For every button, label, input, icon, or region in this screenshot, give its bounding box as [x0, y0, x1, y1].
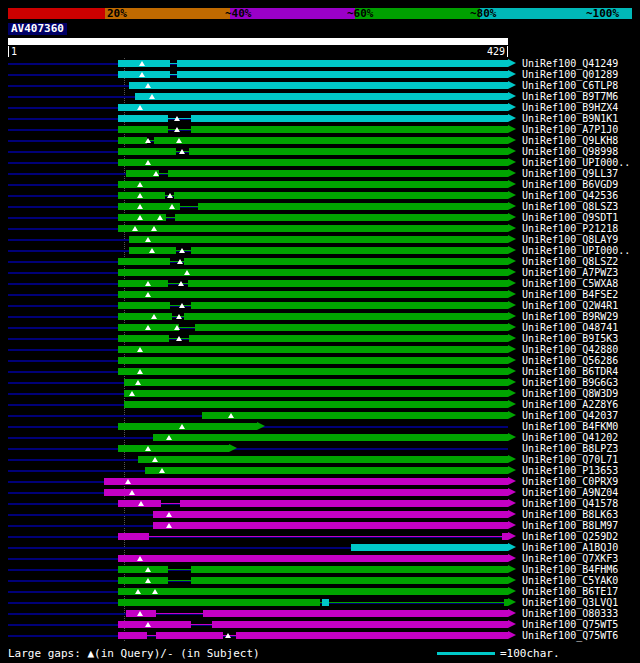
hit-row[interactable]: UniRef100_Q98998: [0, 146, 640, 157]
hit-row[interactable]: UniRef100_Q41202: [0, 432, 640, 443]
hit-label[interactable]: UniRef100_UPI000..: [522, 245, 630, 256]
hit-label[interactable]: UniRef100_C5WXA8: [522, 278, 618, 289]
hit-label[interactable]: UniRef100_B6VGD9: [522, 179, 618, 190]
hit-segment[interactable]: [118, 599, 320, 606]
hit-label[interactable]: UniRef100_O48741: [522, 322, 618, 333]
hit-row[interactable]: UniRef100_B9RW29: [0, 311, 640, 322]
hit-segment[interactable]: [118, 555, 508, 562]
hit-segment[interactable]: [118, 566, 168, 573]
hit-row[interactable]: UniRef100_C5YAK0: [0, 575, 640, 586]
hit-label[interactable]: UniRef100_Q41249: [522, 58, 618, 69]
hit-segment[interactable]: [351, 544, 508, 551]
hit-segment[interactable]: [118, 280, 168, 287]
hit-segment[interactable]: [118, 137, 147, 144]
hit-segment[interactable]: [177, 71, 508, 78]
hit-row[interactable]: UniRef100_Q70L71: [0, 454, 640, 465]
hit-segment[interactable]: [177, 60, 508, 67]
hit-label[interactable]: UniRef100_B6TE17: [522, 586, 618, 597]
hit-segment[interactable]: [138, 456, 508, 463]
hit-segment[interactable]: [202, 412, 508, 419]
hit-segment[interactable]: [135, 93, 508, 100]
hit-label[interactable]: UniRef100_Q8LSZ3: [522, 201, 618, 212]
hit-segment[interactable]: [195, 324, 508, 331]
hit-label[interactable]: UniRef100_Q8LAY9: [522, 234, 618, 245]
hit-segment[interactable]: [153, 434, 508, 441]
hit-row[interactable]: UniRef100_B6TDR4: [0, 366, 640, 377]
hit-row[interactable]: UniRef100_B9T7M6: [0, 91, 640, 102]
hit-segment[interactable]: [198, 203, 508, 210]
hit-segment[interactable]: [118, 181, 508, 188]
hit-row[interactable]: UniRef100_C5WXA8: [0, 278, 640, 289]
hit-row[interactable]: UniRef100_B8LPZ3: [0, 443, 640, 454]
hit-segment[interactable]: [118, 335, 169, 342]
hit-row[interactable]: UniRef100_P13653: [0, 465, 640, 476]
hit-segment[interactable]: [191, 302, 508, 309]
hit-segment[interactable]: [129, 236, 508, 243]
hit-row[interactable]: UniRef100_B9N1K1: [0, 113, 640, 124]
hit-segment[interactable]: [129, 82, 508, 89]
hit-label[interactable]: UniRef100_A7P1J0: [522, 124, 618, 135]
hit-row[interactable]: UniRef100_O48741: [0, 322, 640, 333]
hit-row[interactable]: UniRef100_P21218: [0, 223, 640, 234]
hit-label[interactable]: UniRef100_C0PRX9: [522, 476, 618, 487]
hit-label[interactable]: UniRef100_C6TLP8: [522, 80, 618, 91]
hit-label[interactable]: UniRef100_P13653: [522, 465, 618, 476]
hit-label[interactable]: UniRef100_Q42536: [522, 190, 618, 201]
hit-row[interactable]: UniRef100_C0PRX9: [0, 476, 640, 487]
hit-label[interactable]: UniRef100_A7PWZ3: [522, 267, 618, 278]
hit-segment[interactable]: [191, 126, 508, 133]
hit-row[interactable]: UniRef100_B4FKM0: [0, 421, 640, 432]
hit-row[interactable]: UniRef100_UPI000..: [0, 157, 640, 168]
hit-row[interactable]: UniRef100_B6VGD9: [0, 179, 640, 190]
hit-row[interactable]: UniRef100_B8LM97: [0, 520, 640, 531]
hit-row[interactable]: UniRef100_B6TE17: [0, 586, 640, 597]
hit-label[interactable]: UniRef100_B8LK63: [522, 509, 618, 520]
hit-label[interactable]: UniRef100_A9NZ04: [522, 487, 618, 498]
hit-segment[interactable]: [184, 313, 508, 320]
hit-label[interactable]: UniRef100_Q259D2: [522, 531, 618, 542]
hit-label[interactable]: UniRef100_B9RW29: [522, 311, 618, 322]
hit-label[interactable]: UniRef100_UPI000..: [522, 157, 630, 168]
hit-segment[interactable]: [212, 621, 508, 628]
hit-row[interactable]: UniRef100_Q42037: [0, 410, 640, 421]
hit-segment[interactable]: [118, 313, 172, 320]
hit-label[interactable]: UniRef100_B9G6G3: [522, 377, 618, 388]
hit-segment[interactable]: [118, 269, 508, 276]
hit-label[interactable]: UniRef100_Q56286: [522, 355, 618, 366]
hit-row[interactable]: UniRef100_Q8LSZ2: [0, 256, 640, 267]
hit-segment[interactable]: [118, 346, 508, 353]
hit-label[interactable]: UniRef100_Q75WT6: [522, 630, 618, 641]
hit-label[interactable]: UniRef100_Q8LSZ2: [522, 256, 618, 267]
hit-segment[interactable]: [191, 247, 508, 254]
hit-row[interactable]: UniRef100_Q41578: [0, 498, 640, 509]
hit-label[interactable]: UniRef100_Q41202: [522, 432, 618, 443]
hit-segment[interactable]: [236, 632, 508, 639]
hit-row[interactable]: UniRef100_Q7XKF3: [0, 553, 640, 564]
hit-label[interactable]: UniRef100_Q70L71: [522, 454, 618, 465]
hit-label[interactable]: UniRef100_Q41578: [522, 498, 618, 509]
hit-row[interactable]: UniRef100_B4FSE2: [0, 289, 640, 300]
hit-row[interactable]: UniRef100_Q56286: [0, 355, 640, 366]
hit-row[interactable]: UniRef100_A2Z8Y6: [0, 399, 640, 410]
hit-label[interactable]: UniRef100_B8LPZ3: [522, 443, 618, 454]
hit-segment[interactable]: [118, 632, 147, 639]
hit-row[interactable]: UniRef100_Q75WT6: [0, 630, 640, 641]
hit-segment[interactable]: [184, 258, 508, 265]
hit-label[interactable]: UniRef100_B4FHM6: [522, 564, 618, 575]
hit-label[interactable]: UniRef100_Q2W4R1: [522, 300, 618, 311]
hit-segment[interactable]: [153, 511, 508, 518]
hit-row[interactable]: UniRef100_B8LK63: [0, 509, 640, 520]
hit-segment[interactable]: [104, 478, 508, 485]
hit-row[interactable]: UniRef100_Q2W4R1: [0, 300, 640, 311]
hit-segment[interactable]: [118, 126, 168, 133]
hit-segment[interactable]: [118, 225, 508, 232]
hit-label[interactable]: UniRef100_Q9LKH8: [522, 135, 618, 146]
hit-row[interactable]: UniRef100_A7P1J0: [0, 124, 640, 135]
hit-row[interactable]: UniRef100_B4FHM6: [0, 564, 640, 575]
hit-segment[interactable]: [118, 621, 192, 628]
hit-segment[interactable]: [124, 390, 508, 397]
hit-row[interactable]: UniRef100_B9G6G3: [0, 377, 640, 388]
hit-label[interactable]: UniRef100_Q8W3D9: [522, 388, 618, 399]
hit-label[interactable]: UniRef100_Q9LL37: [522, 168, 618, 179]
hit-segment[interactable]: [124, 401, 508, 408]
